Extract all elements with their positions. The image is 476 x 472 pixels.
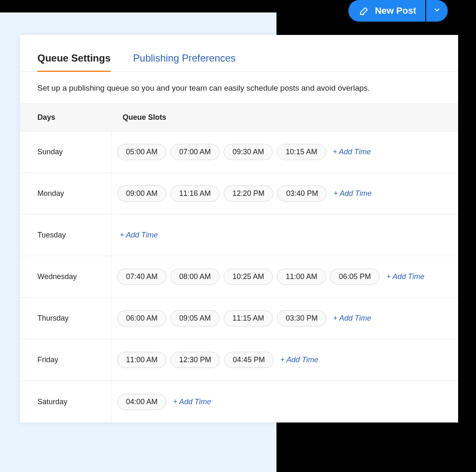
- time-slot-pill[interactable]: 10:25 AM: [224, 269, 273, 285]
- day-cell: Saturday: [20, 381, 111, 423]
- time-slot-pill[interactable]: 09:00 AM: [117, 185, 166, 202]
- time-slot-pill[interactable]: 09:30 AM: [224, 144, 273, 160]
- slots-cell: 09:00 AM11:16 AM12:20 PM03:40 PM+ Add Ti…: [111, 176, 458, 211]
- time-slot-pill[interactable]: 04:00 AM: [117, 394, 166, 410]
- chevron-down-icon: [433, 6, 441, 15]
- time-slot-pill[interactable]: 07:00 AM: [170, 144, 220, 160]
- new-post-button-group: New Post: [348, 0, 448, 22]
- time-slot-pill[interactable]: 11:16 AM: [170, 185, 220, 202]
- schedule-row: Saturday04:00 AM+ Add Time: [20, 381, 458, 423]
- time-slot-pill[interactable]: 05:00 AM: [117, 144, 166, 160]
- tab-label: Publishing Preferences: [133, 52, 236, 64]
- tab-queue-settings[interactable]: Queue Settings: [37, 52, 111, 72]
- time-slot-pill[interactable]: 08:00 AM: [170, 269, 220, 285]
- slots-cell: 05:00 AM07:00 AM09:30 AM10:15 AM+ Add Ti…: [111, 135, 458, 169]
- description-text: Set up a publishing queue so you and you…: [20, 72, 458, 104]
- column-header-days: Days: [37, 113, 123, 122]
- add-time-button[interactable]: + Add Time: [331, 189, 372, 198]
- time-slot-pill[interactable]: 06:05 PM: [330, 269, 380, 285]
- tab-publishing-preferences[interactable]: Publishing Preferences: [133, 52, 236, 72]
- add-time-button[interactable]: + Add Time: [384, 272, 424, 281]
- add-time-button[interactable]: + Add Time: [170, 398, 211, 406]
- add-time-button[interactable]: + Add Time: [278, 356, 318, 364]
- time-slot-pill[interactable]: 03:30 PM: [277, 310, 326, 326]
- day-cell: Friday: [20, 339, 111, 381]
- table-header: Days Queue Slots: [20, 104, 458, 131]
- column-header-slots: Queue Slots: [123, 113, 441, 122]
- time-slot-pill[interactable]: 03:40 PM: [277, 185, 327, 202]
- day-cell: Sunday: [20, 131, 111, 173]
- slots-cell: 07:40 AM08:00 AM10:25 AM11:00 AM06:05 PM…: [111, 259, 458, 294]
- new-post-label: New Post: [375, 5, 416, 16]
- schedule-row: Friday11:00 AM12:30 PM04:45 PM+ Add Time: [20, 339, 458, 381]
- add-time-button[interactable]: + Add Time: [330, 148, 371, 156]
- time-slot-pill[interactable]: 11:00 AM: [277, 269, 326, 285]
- compose-icon: [359, 6, 369, 16]
- queue-settings-card: Queue Settings Publishing Preferences Se…: [20, 35, 458, 423]
- schedule-row: Tuesday+ Add Time: [20, 215, 458, 256]
- day-cell: Monday: [20, 173, 111, 214]
- add-time-button[interactable]: + Add Time: [330, 314, 371, 323]
- tabs: Queue Settings Publishing Preferences: [20, 35, 458, 72]
- new-post-dropdown-toggle[interactable]: [426, 0, 448, 22]
- schedule-rows: Sunday05:00 AM07:00 AM09:30 AM10:15 AM+ …: [20, 131, 458, 423]
- time-slot-pill[interactable]: 11:00 AM: [117, 352, 166, 368]
- time-slot-pill[interactable]: 07:40 AM: [117, 269, 166, 285]
- schedule-row: Wednesday07:40 AM08:00 AM10:25 AM11:00 A…: [20, 256, 458, 298]
- tab-label: Queue Settings: [37, 52, 111, 64]
- slots-cell: 04:00 AM+ Add Time: [111, 385, 458, 419]
- time-slot-pill[interactable]: 12:30 PM: [170, 352, 220, 368]
- schedule-row: Sunday05:00 AM07:00 AM09:30 AM10:15 AM+ …: [20, 131, 458, 173]
- add-time-button[interactable]: + Add Time: [117, 231, 158, 240]
- time-slot-pill[interactable]: 06:00 AM: [117, 310, 166, 326]
- schedule-row: Thursday06:00 AM09:05 AM11:15 AM03:30 PM…: [20, 298, 458, 339]
- new-post-button[interactable]: New Post: [348, 0, 425, 22]
- slots-cell: 11:00 AM12:30 PM04:45 PM+ Add Time: [111, 343, 458, 377]
- time-slot-pill[interactable]: 12:20 PM: [224, 185, 273, 202]
- slots-cell: + Add Time: [111, 222, 458, 249]
- schedule-row: Monday09:00 AM11:16 AM12:20 PM03:40 PM+ …: [20, 173, 458, 215]
- slots-cell: 06:00 AM09:05 AM11:15 AM03:30 PM+ Add Ti…: [111, 301, 458, 336]
- day-cell: Thursday: [20, 298, 111, 339]
- time-slot-pill[interactable]: 09:05 AM: [170, 310, 220, 326]
- day-cell: Wednesday: [20, 256, 111, 297]
- time-slot-pill[interactable]: 11:15 AM: [224, 310, 273, 326]
- day-cell: Tuesday: [20, 215, 111, 256]
- time-slot-pill[interactable]: 04:45 PM: [224, 352, 274, 368]
- time-slot-pill[interactable]: 10:15 AM: [277, 144, 326, 160]
